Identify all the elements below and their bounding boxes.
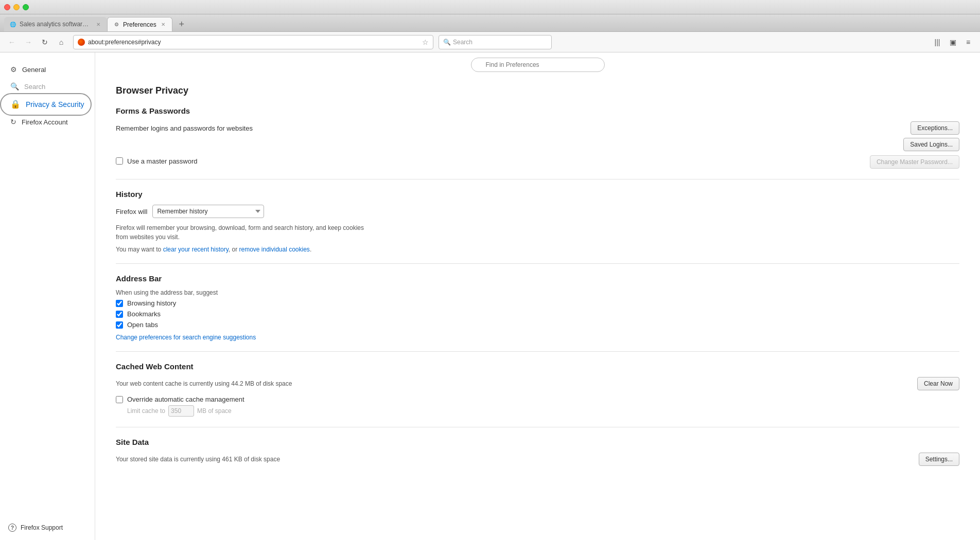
tab-preferences[interactable]: ⚙ Preferences ✕ [107,17,172,31]
suggest-label: When using the address bar, suggest [116,289,959,296]
content-area: 🔍 Browser Privacy Forms & Passwords Reme… [95,52,980,540]
search-icon: 🔍 [443,39,451,46]
search-engine-suggestions-link[interactable]: Change preferences for search engine sug… [116,334,959,341]
menu-icon[interactable]: ≡ [961,35,975,49]
sidebar: ⚙ General 🔍 Search 🔒 Privacy & Security … [0,52,95,540]
cached-desc: Your web content cache is currently usin… [116,380,292,387]
master-password-checkbox[interactable] [116,157,123,165]
open-tabs-checkbox-row: Open tabs [116,321,959,329]
divider-address-bar [116,263,959,264]
browsing-history-label[interactable]: Browsing history [127,299,176,307]
address-bar-title: Address Bar [116,274,959,283]
sidebar-item-general[interactable]: ⚙ General [2,61,93,78]
override-cache-checkbox[interactable] [116,396,123,403]
reload-button[interactable]: ↻ [38,35,51,49]
layout-icon[interactable]: ▣ [946,35,959,49]
search-placeholder: Search [453,39,472,46]
tab-label-preferences: Preferences [123,21,156,28]
history-dropdown-row: Firefox will Remember history Never reme… [116,205,959,218]
remember-passwords-label: Remember logins and passwords for websit… [116,124,253,132]
clear-now-button[interactable]: Clear Now [917,377,959,390]
bookmarks-checkbox-row: Bookmarks [116,310,959,318]
url-bar[interactable]: about:preferences#privacy ☆ [73,35,433,49]
limit-cache-unit: MB of space [197,407,232,415]
tab-close-preferences[interactable]: ✕ [160,21,167,28]
remove-cookies-link[interactable]: remove individual cookies [239,246,309,253]
open-tabs-label[interactable]: Open tabs [127,321,158,329]
history-select[interactable]: Remember history Never remember history … [152,205,264,218]
sidebar-item-privacy[interactable]: 🔒 Privacy & Security [2,95,93,113]
traffic-lights [4,4,29,10]
history-description: Firefox will remember your browsing, dow… [116,223,959,242]
firefox-will-label: Firefox will [116,208,147,215]
site-data-desc: Your stored site data is currently using… [116,456,280,463]
gear-icon: ⚙ [10,65,17,74]
forms-passwords-title: Forms & Passwords [116,106,959,115]
sidebar-label-privacy: Privacy & Security [26,100,84,109]
url-text: about:preferences#privacy [88,39,417,46]
tab-sales[interactable]: 🌐 Sales analytics software for wh... ✕ [4,17,107,31]
cached-content-title: Cached Web Content [116,362,959,371]
close-button[interactable] [4,4,10,10]
divider-site-data [116,427,959,427]
bookmarks-checkbox[interactable] [116,311,123,318]
maximize-button[interactable] [23,4,29,10]
firefox-support-link[interactable]: ? Firefox Support [8,524,87,532]
tabbar: 🌐 Sales analytics software for wh... ✕ ⚙… [0,14,980,32]
history-title: History [116,190,959,199]
exceptions-button[interactable]: Exceptions... [911,121,959,135]
sync-icon: ↻ [10,118,16,126]
change-master-password-button[interactable]: Change Master Password... [870,155,959,169]
saved-logins-button[interactable]: Saved Logins... [903,138,959,151]
tab-favicon-sales: 🌐 [9,21,16,28]
lock-icon: 🔒 [10,99,21,109]
site-data-title: Site Data [116,438,959,446]
page-title: Browser Privacy [116,85,959,96]
find-input[interactable] [471,58,605,72]
limit-cache-input[interactable] [168,405,194,417]
sidebar-item-firefox-account[interactable]: ↻ Firefox Account [2,114,93,130]
limit-cache-row: Limit cache to MB of space [116,405,959,417]
site-data-settings-button[interactable]: Settings... [919,453,959,466]
history-links: You may want to clear your recent histor… [116,246,959,253]
tab-label-sales: Sales analytics software for wh... [20,21,92,28]
clear-history-link[interactable]: clear your recent history [163,246,229,253]
divider-history [116,179,959,179]
back-button[interactable]: ← [5,35,19,49]
titlebar [0,0,980,14]
site-data-row: Your stored site data is currently using… [116,453,959,466]
bookmark-star-icon[interactable]: ☆ [422,38,429,46]
sidebar-item-search[interactable]: 🔍 Search [2,78,93,95]
remember-passwords-row: Remember logins and passwords for websit… [116,121,959,135]
master-password-checkbox-row: Use a master password [116,157,198,165]
navbar: ← → ↻ ⌂ about:preferences#privacy ☆ 🔍 Se… [0,32,980,52]
minimize-button[interactable] [13,4,20,10]
search-icon: 🔍 [10,82,19,91]
home-button[interactable]: ⌂ [55,35,68,49]
override-cache-checkbox-row: Override automatic cache management [116,395,959,403]
cached-content-row: Your web content cache is currently usin… [116,377,959,390]
browsing-history-checkbox-row: Browsing history [116,299,959,307]
sidebar-label-general: General [22,66,46,74]
browsing-history-checkbox[interactable] [116,300,123,307]
master-password-label[interactable]: Use a master password [127,157,198,165]
tab-close-sales[interactable]: ✕ [95,21,102,28]
find-bar: 🔍 [95,52,980,77]
bookmarks-label[interactable]: Bookmarks [127,310,161,318]
divider-cached [116,351,959,352]
bookmarks-icon[interactable]: ||| [931,35,944,49]
forward-button[interactable]: → [22,35,35,49]
support-icon: ? [8,524,16,532]
master-password-row: Use a master password Change Master Pass… [116,155,959,169]
tab-favicon-preferences: ⚙ [113,21,120,28]
main-layout: ⚙ General 🔍 Search 🔒 Privacy & Security … [0,52,980,540]
override-cache-label[interactable]: Override automatic cache management [127,395,244,403]
new-tab-button[interactable]: + [174,17,189,31]
support-label: Firefox Support [21,524,63,531]
limit-cache-label: Limit cache to [127,407,165,415]
sidebar-label-firefox-account: Firefox Account [22,118,68,126]
support-section: ? Firefox Support [0,524,95,532]
firefox-logo-icon [78,39,85,46]
search-bar[interactable]: 🔍 Search [439,35,552,49]
open-tabs-checkbox[interactable] [116,321,123,329]
